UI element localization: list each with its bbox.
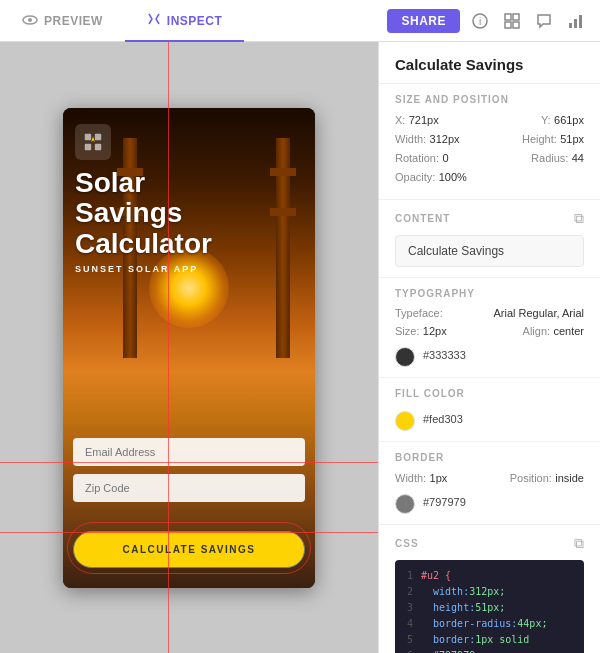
- css-line-4: 4 border-radius: 44px;: [403, 616, 576, 632]
- border-label: BORDER: [395, 452, 584, 463]
- svg-rect-7: [513, 22, 519, 28]
- border-position-prop: Position: inside: [510, 471, 584, 485]
- content-section: CONTENT ⧉ Calculate Savings: [379, 200, 600, 278]
- toolbar-left: PREVIEW INSPECT: [0, 0, 387, 42]
- svg-point-1: [28, 18, 32, 22]
- align-prop: Align: center: [523, 324, 584, 338]
- fill-color-row: #fed303: [395, 407, 584, 431]
- typography-label: TYPOGRAPHY: [395, 288, 584, 299]
- svg-rect-13: [85, 143, 91, 149]
- copy-icon[interactable]: ⧉: [574, 210, 584, 227]
- inspect-icon: [147, 12, 161, 29]
- css-line-2: 2 width: 312px;: [403, 584, 576, 600]
- opacity-prop: Opacity: 100%: [395, 170, 467, 184]
- size-position-label: SIZE AND POSITION: [395, 94, 584, 105]
- svg-text:i: i: [479, 16, 481, 27]
- analytics-button[interactable]: [564, 9, 588, 33]
- fill-color-section: FILL COLOR #fed303: [379, 378, 600, 442]
- svg-rect-11: [85, 133, 91, 139]
- border-color-swatch: [395, 494, 415, 514]
- app-title-area: SolarSavingsCalculator SUNSET SOLAR APP: [75, 168, 303, 274]
- border-color-hex: #797979: [423, 496, 466, 508]
- main-area: SolarSavingsCalculator SUNSET SOLAR APP …: [0, 42, 600, 653]
- css-label: CSS: [395, 538, 419, 549]
- panel-title: Calculate Savings: [379, 42, 600, 84]
- wh-row: Width: 312px Height: 51px: [395, 132, 584, 146]
- css-code-block: 1 #u2 { 2 width: 312px; 3 height: 51px; …: [395, 560, 584, 653]
- css-line-3: 3 height: 51px;: [403, 600, 576, 616]
- height-prop: Height: 51px: [522, 132, 584, 146]
- tab-preview-label: PREVIEW: [44, 14, 103, 28]
- typography-color-row: #333333: [395, 343, 584, 367]
- comment-button[interactable]: [532, 9, 556, 33]
- fill-color-label: FILL COLOR: [395, 388, 584, 399]
- typography-section: TYPOGRAPHY Typeface: Arial Regular, Aria…: [379, 278, 600, 378]
- horizontal-guide-2: [0, 532, 378, 533]
- svg-rect-5: [513, 14, 519, 20]
- rotation-prop: Rotation: 0: [395, 151, 449, 165]
- svg-rect-12: [95, 133, 101, 139]
- size-prop: Size: 12px: [395, 324, 447, 338]
- grid-button[interactable]: [500, 9, 524, 33]
- x-label: X: 721px: [395, 113, 439, 127]
- eye-icon: [22, 14, 38, 28]
- canvas-area: SolarSavingsCalculator SUNSET SOLAR APP …: [0, 42, 378, 653]
- tab-inspect[interactable]: INSPECT: [125, 0, 245, 42]
- css-copy-icon[interactable]: ⧉: [574, 535, 584, 552]
- app-overlay: SolarSavingsCalculator SUNSET SOLAR APP …: [63, 108, 315, 588]
- vertical-guide: [168, 42, 169, 653]
- content-label: CONTENT: [395, 213, 450, 224]
- solar-icon: [75, 124, 111, 160]
- radius-prop: Radius: 44: [531, 151, 584, 165]
- svg-rect-14: [95, 143, 101, 149]
- border-width-prop: Width: 1px: [395, 471, 447, 485]
- typeface-row: Typeface: Arial Regular, Arial: [395, 307, 584, 319]
- width-prop: Width: 312px: [395, 132, 460, 146]
- css-header: CSS ⧉: [395, 535, 584, 552]
- tab-preview[interactable]: PREVIEW: [0, 0, 125, 42]
- svg-rect-9: [574, 19, 577, 28]
- share-button[interactable]: SHARE: [387, 9, 460, 33]
- typography-color-swatch: [395, 347, 415, 367]
- y-label: Y: 661px: [541, 113, 584, 127]
- typography-color-hex: #333333: [423, 349, 466, 361]
- xy-row: X: 721px Y: 661px: [395, 113, 584, 127]
- css-line-5: 5 border: 1px solid: [403, 632, 576, 648]
- horizontal-guide: [0, 462, 378, 463]
- app-title-text: SolarSavingsCalculator: [75, 168, 303, 260]
- svg-marker-15: [91, 136, 95, 142]
- content-value: Calculate Savings: [408, 244, 504, 258]
- border-color-row: #797979: [395, 490, 584, 514]
- tab-inspect-label: INSPECT: [167, 14, 223, 28]
- toolbar-right: SHARE i: [387, 9, 600, 33]
- border-section: BORDER Width: 1px Position: inside #7979…: [379, 442, 600, 525]
- app-subtitle: SUNSET SOLAR APP: [75, 264, 303, 274]
- css-line-6: 6 #797979;: [403, 648, 576, 653]
- toolbar: PREVIEW INSPECT SHARE i: [0, 0, 600, 42]
- rotation-radius-row: Rotation: 0 Radius: 44: [395, 151, 584, 165]
- border-width-pos-row: Width: 1px Position: inside: [395, 471, 584, 485]
- phone-screen: SolarSavingsCalculator SUNSET SOLAR APP …: [63, 108, 315, 588]
- zip-input[interactable]: [73, 474, 305, 502]
- size-align-row: Size: 12px Align: center: [395, 324, 584, 338]
- content-box: Calculate Savings: [395, 235, 584, 267]
- svg-rect-6: [505, 22, 511, 28]
- size-position-section: SIZE AND POSITION X: 721px Y: 661px Widt…: [379, 84, 600, 200]
- fill-color-swatch: [395, 411, 415, 431]
- fill-color-hex: #fed303: [423, 413, 463, 425]
- css-line-1: 1 #u2 {: [403, 568, 576, 584]
- svg-rect-4: [505, 14, 511, 20]
- info-button[interactable]: i: [468, 9, 492, 33]
- svg-rect-8: [569, 23, 572, 28]
- css-section: CSS ⧉ 1 #u2 { 2 width: 312px; 3 height: …: [379, 525, 600, 653]
- opacity-row: Opacity: 100%: [395, 170, 584, 184]
- svg-rect-10: [579, 15, 582, 28]
- calculate-savings-button[interactable]: CALCULATE SAVINGS: [73, 531, 305, 568]
- phone-mockup: SolarSavingsCalculator SUNSET SOLAR APP …: [63, 108, 315, 588]
- right-panel: Calculate Savings SIZE AND POSITION X: 7…: [378, 42, 600, 653]
- input-area: [73, 438, 305, 510]
